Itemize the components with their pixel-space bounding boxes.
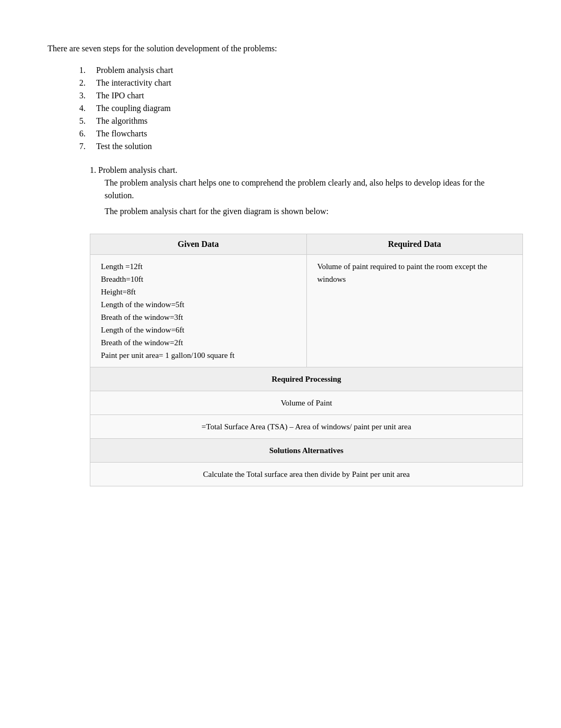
main-data-row: Length =12ft Breadth=10ft Height=8ft Len… bbox=[90, 255, 523, 367]
given-item-8: Paint per unit area= 1 gallon/100 square… bbox=[101, 351, 235, 360]
given-item-2: Breadth=10ft bbox=[101, 275, 143, 283]
sub-item-label: Problem analysis chart. bbox=[98, 165, 177, 174]
step-label-5: The algorithms bbox=[96, 116, 147, 126]
step-item-6: 6. The flowcharts bbox=[79, 129, 513, 139]
analysis-table: Given Data Required Data Length =12ft Br… bbox=[90, 234, 523, 486]
step-number-2: 2. bbox=[79, 78, 92, 88]
step-number-1: 1. bbox=[79, 66, 92, 75]
step-item-3: 3. The IPO chart bbox=[79, 91, 513, 100]
given-item-1: Length =12ft bbox=[101, 262, 143, 271]
step-label-7: Test the solution bbox=[96, 142, 152, 151]
step-number-7: 7. bbox=[79, 142, 92, 151]
volume-of-paint-label: Volume of Paint bbox=[90, 391, 523, 415]
volume-label-row: Volume of Paint bbox=[90, 391, 523, 415]
step-number-5: 5. bbox=[79, 116, 92, 126]
step-label-3: The IPO chart bbox=[96, 91, 144, 100]
given-item-3: Height=8ft bbox=[101, 288, 136, 296]
step-number-4: 4. bbox=[79, 104, 92, 113]
given-data-cell: Length =12ft Breadth=10ft Height=8ft Len… bbox=[90, 255, 307, 367]
step-number-6: 6. bbox=[79, 129, 92, 139]
step-label-2: The interactivity chart bbox=[96, 78, 171, 88]
steps-list: 1. Problem analysis chart 2. The interac… bbox=[79, 66, 513, 151]
formula-text: =Total Surface Area (TSA) – Area of wind… bbox=[90, 415, 523, 439]
step-label-1: Problem analysis chart bbox=[96, 66, 173, 75]
intro-text: There are seven steps for the solution d… bbox=[48, 42, 513, 55]
required-processing-header: Required Processing bbox=[90, 367, 523, 391]
given-item-5: Breath of the window=3ft bbox=[101, 313, 183, 321]
step-item-4: 4. The coupling diagram bbox=[79, 104, 513, 113]
step-item-5: 5. The algorithms bbox=[79, 116, 513, 126]
solutions-header: Solutions Alternatives bbox=[90, 439, 523, 463]
required-data-header: Required Data bbox=[306, 234, 523, 255]
step-label-4: The coupling diagram bbox=[96, 104, 171, 113]
step-item-7: 7. Test the solution bbox=[79, 142, 513, 151]
step-item-1: 1. Problem analysis chart bbox=[79, 66, 513, 75]
solutions-text: Calculate the Total surface area then di… bbox=[90, 463, 523, 486]
formula-row: =Total Surface Area (TSA) – Area of wind… bbox=[90, 415, 523, 439]
required-data-cell: Volume of paint required to paint the ro… bbox=[306, 255, 523, 367]
given-item-7: Breath of the window=2ft bbox=[101, 338, 183, 347]
sub-section: 1. Problem analysis chart. The problem a… bbox=[90, 164, 513, 486]
step-label-6: The flowcharts bbox=[96, 129, 147, 139]
given-item-4: Length of the window=5ft bbox=[101, 300, 184, 309]
solutions-content-row: Calculate the Total surface area then di… bbox=[90, 463, 523, 486]
step-number-3: 3. bbox=[79, 91, 92, 100]
sub-item-description: The problem analysis chart helps one to … bbox=[105, 177, 513, 202]
given-data-header: Given Data bbox=[90, 234, 307, 255]
step-item-2: 2. The interactivity chart bbox=[79, 78, 513, 88]
sub-item-note: The problem analysis chart for the given… bbox=[105, 205, 513, 218]
required-processing-row: Required Processing bbox=[90, 367, 523, 391]
solutions-header-row: Solutions Alternatives bbox=[90, 439, 523, 463]
sub-item-1: 1. Problem analysis chart. The problem a… bbox=[90, 164, 513, 218]
given-item-6: Length of the window=6ft bbox=[101, 326, 184, 334]
sub-item-number: 1. bbox=[90, 165, 96, 174]
